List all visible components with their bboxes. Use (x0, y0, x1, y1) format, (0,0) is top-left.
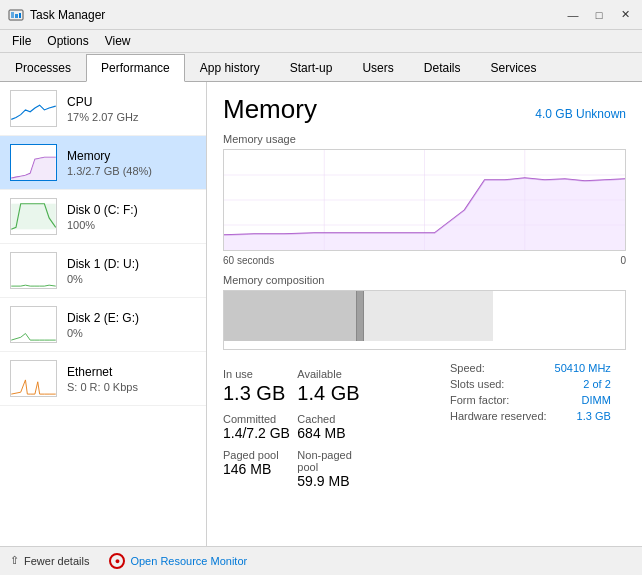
slots-value: 2 of 2 (551, 376, 615, 392)
time-label: 60 seconds (223, 255, 274, 266)
hw-value: 1.3 GB (551, 408, 615, 424)
fewer-details-label: Fewer details (24, 555, 89, 567)
comp-standby (364, 291, 492, 341)
stat-available: Available 1.4 GB (297, 364, 371, 409)
tab-bar: Processes Performance App history Start-… (0, 53, 642, 82)
disk1-info: Disk 1 (D: U:) 0% (67, 257, 196, 285)
right-stats-table: Speed: 50410 MHz Slots used: 2 of 2 Form… (446, 360, 615, 424)
sidebar-item-memory[interactable]: Memory 1.3/2.7 GB (48%) (0, 136, 206, 190)
disk2-stats: 0% (67, 327, 196, 339)
comp-modified (356, 291, 364, 341)
cpu-thumb (10, 90, 57, 127)
disk2-info: Disk 2 (E: G:) 0% (67, 311, 196, 339)
detail-title: Memory (223, 94, 317, 125)
fewer-details-button[interactable]: ⇧ Fewer details (10, 554, 89, 567)
paged-value: 146 MB (223, 461, 297, 477)
in-use-label: In use (223, 368, 297, 380)
menu-file[interactable]: File (4, 32, 39, 50)
tab-startup[interactable]: Start-up (275, 54, 348, 82)
composition-bar (224, 291, 625, 341)
speed-row: Speed: 50410 MHz (446, 360, 615, 376)
available-value: 1.4 GB (297, 382, 371, 405)
app-icon (8, 7, 24, 23)
stat-cached: Cached 684 MB (297, 409, 371, 445)
tab-performance[interactable]: Performance (86, 54, 185, 82)
chart-footer: 60 seconds 0 (223, 255, 626, 266)
menu-options[interactable]: Options (39, 32, 96, 50)
menu-bar: File Options View (0, 30, 642, 53)
sidebar-item-cpu[interactable]: CPU 17% 2.07 GHz (0, 82, 206, 136)
stats-area: In use 1.3 GB Available 1.4 GB Committed… (223, 360, 626, 493)
ethernet-stats: S: 0 R: 0 Kbps (67, 381, 196, 393)
committed-value: 1.4/7.2 GB (223, 425, 297, 441)
close-button[interactable]: ✕ (616, 6, 634, 24)
cpu-info: CPU 17% 2.07 GHz (67, 95, 196, 123)
sidebar: CPU 17% 2.07 GHz Memory 1.3/2.7 GB (48%) (0, 82, 207, 546)
title-bar: Task Manager ― □ ✕ (0, 0, 642, 30)
available-label: Available (297, 368, 371, 380)
disk0-name: Disk 0 (C: F:) (67, 203, 196, 217)
bottom-bar: ⇧ Fewer details ● Open Resource Monitor (0, 546, 642, 574)
stats-grid: In use 1.3 GB Available 1.4 GB Committed… (223, 364, 446, 493)
comp-inuse (224, 291, 356, 341)
memory-thumb (10, 144, 57, 181)
detail-header: Memory 4.0 GB Unknown (223, 94, 626, 125)
stat-in-use: In use 1.3 GB (223, 364, 297, 409)
usage-label: Memory usage (223, 133, 626, 145)
sidebar-item-disk2[interactable]: Disk 2 (E: G:) 0% (0, 298, 206, 352)
hw-row: Hardware reserved: 1.3 GB (446, 408, 615, 424)
slots-row: Slots used: 2 of 2 (446, 376, 615, 392)
svg-rect-8 (11, 253, 55, 288)
speed-value: 50410 MHz (551, 360, 615, 376)
zero-label: 0 (620, 255, 626, 266)
memory-name: Memory (67, 149, 196, 163)
detail-panel: Memory 4.0 GB Unknown Memory usage 2.7 G… (207, 82, 642, 546)
ethernet-name: Ethernet (67, 365, 196, 379)
disk1-name: Disk 1 (D: U:) (67, 257, 196, 271)
menu-view[interactable]: View (97, 32, 139, 50)
open-resource-monitor-button[interactable]: ● Open Resource Monitor (109, 553, 247, 569)
memory-info: Memory 1.3/2.7 GB (48%) (67, 149, 196, 177)
stat-nonpaged: Non-paged pool 59.9 MB (297, 445, 371, 493)
memory-usage-chart: 2.7 GB (223, 149, 626, 251)
window-title: Task Manager (30, 8, 105, 22)
detail-capacity: 4.0 GB Unknown (535, 107, 626, 121)
window-controls: ― □ ✕ (564, 6, 634, 24)
cpu-stats: 17% 2.07 GHz (67, 111, 196, 123)
usage-chart-area (224, 150, 625, 250)
tab-users[interactable]: Users (347, 54, 408, 82)
cached-value: 684 MB (297, 425, 371, 441)
minimize-button[interactable]: ― (564, 6, 582, 24)
paged-label: Paged pool (223, 449, 297, 461)
disk1-thumb (10, 252, 57, 289)
cached-label: Cached (297, 413, 371, 425)
ethernet-thumb (10, 360, 57, 397)
left-stats: In use 1.3 GB Available 1.4 GB Committed… (223, 360, 446, 493)
svg-rect-10 (11, 361, 55, 396)
down-arrow-icon: ⇧ (10, 554, 19, 567)
disk2-thumb (10, 306, 57, 343)
svg-rect-9 (11, 307, 55, 342)
tab-processes[interactable]: Processes (0, 54, 86, 82)
disk0-stats: 100% (67, 219, 196, 231)
tab-services[interactable]: Services (475, 54, 551, 82)
ethernet-info: Ethernet S: 0 R: 0 Kbps (67, 365, 196, 393)
memory-composition-chart (223, 290, 626, 350)
disk1-stats: 0% (67, 273, 196, 285)
sidebar-item-disk1[interactable]: Disk 1 (D: U:) 0% (0, 244, 206, 298)
nonpaged-label: Non-paged pool (297, 449, 371, 473)
maximize-button[interactable]: □ (590, 6, 608, 24)
hw-label: Hardware reserved: (446, 408, 551, 424)
disk0-info: Disk 0 (C: F:) 100% (67, 203, 196, 231)
form-value: DIMM (551, 392, 615, 408)
tab-app-history[interactable]: App history (185, 54, 275, 82)
open-monitor-label: Open Resource Monitor (130, 555, 247, 567)
svg-rect-3 (19, 13, 21, 18)
sidebar-item-disk0[interactable]: Disk 0 (C: F:) 100% (0, 190, 206, 244)
form-row: Form factor: DIMM (446, 392, 615, 408)
sidebar-item-ethernet[interactable]: Ethernet S: 0 R: 0 Kbps (0, 352, 206, 406)
disk2-name: Disk 2 (E: G:) (67, 311, 196, 325)
resource-monitor-icon: ● (109, 553, 125, 569)
tab-details[interactable]: Details (409, 54, 476, 82)
committed-label: Committed (223, 413, 297, 425)
